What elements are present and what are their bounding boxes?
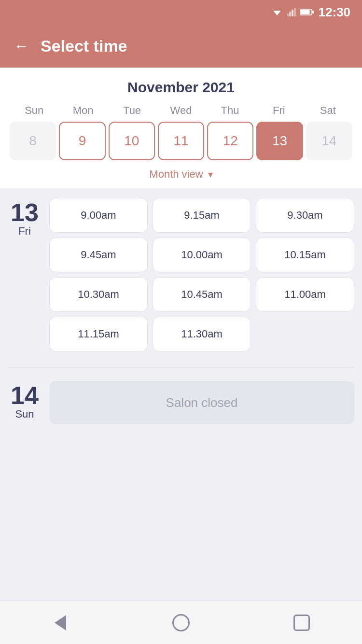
svg-marker-0 [273,11,281,15]
signal-icon [287,8,296,16]
day-label-14: 14Sun [8,381,42,420]
bottom-nav [0,601,362,644]
svg-rect-4 [292,10,293,16]
weekday-sat: Sat [304,104,352,117]
date-cell-8: 8 [10,122,56,160]
recents-nav-button[interactable] [291,612,312,633]
time-slots-section: 13Fri9.00am9.15am9.30am9.45am10.00am10.1… [0,188,362,601]
back-nav-button[interactable] [50,612,71,633]
date-cell-12[interactable]: 12 [207,122,253,160]
day-name-Fri: Fri [18,225,31,238]
home-nav-button[interactable] [170,612,192,633]
time-slot-930am[interactable]: 9.30am [256,198,354,233]
salon-closed-card: Salon closed [49,381,354,424]
status-bar: 12:30 [0,0,362,24]
day-number-14: 14 [11,383,39,408]
day-name-Sun: Sun [15,408,34,420]
calendar-section: November 2021 Sun Mon Tue Wed Thu Fri Sa… [0,68,362,188]
app-header: ← Select time [0,24,362,68]
day-block-13: 13Fri9.00am9.15am9.30am9.45am10.00am10.1… [8,198,354,351]
recents-square-icon [293,615,310,631]
page-title: Select time [41,37,127,56]
month-year-label: November 2021 [10,79,352,96]
svg-rect-2 [287,14,289,16]
back-triangle-icon [55,615,66,630]
svg-rect-5 [294,8,296,16]
weekday-thu: Thu [206,104,254,117]
weekday-sun: Sun [10,104,58,117]
day-label-13: 13Fri [8,198,42,351]
back-button[interactable]: ← [14,38,29,54]
time-slot-900am[interactable]: 9.00am [49,198,148,233]
home-circle-icon [172,614,190,631]
slots-grid-13: 9.00am9.15am9.30am9.45am10.00am10.15am10… [49,198,354,351]
battery-icon [300,9,314,15]
chevron-down-icon: ▾ [208,168,213,180]
month-view-label: Month view [149,168,203,181]
time-slot-1045am[interactable]: 10.45am [153,277,251,312]
time-slot-1000am[interactable]: 10.00am [153,238,251,272]
svg-rect-7 [301,10,309,14]
svg-rect-3 [289,12,291,16]
time-slot-1030am[interactable]: 10.30am [49,277,148,312]
time-slot-945am[interactable]: 9.45am [49,238,148,272]
time-slot-915am[interactable]: 9.15am [153,198,251,233]
day-block-14: 14SunSalon closed [8,381,354,424]
time-slot-1115am[interactable]: 11.15am [49,317,148,351]
day-number-13: 13 [11,200,39,225]
time-slot-1100am[interactable]: 11.00am [256,277,354,312]
time-slot-1130am[interactable]: 11.30am [153,317,251,351]
weekday-row: Sun Mon Tue Wed Thu Fri Sat [10,104,352,117]
month-view-toggle[interactable]: Month view ▾ [10,168,352,181]
date-cell-9[interactable]: 9 [59,122,105,160]
weekday-mon: Mon [58,104,107,117]
status-time: 12:30 [319,5,351,20]
wifi-icon [271,8,283,16]
date-cell-14: 14 [306,122,352,160]
dates-row: 891011121314 [10,122,352,160]
date-cell-11[interactable]: 11 [158,122,204,160]
weekday-fri: Fri [254,104,303,117]
time-slot-1015am[interactable]: 10.15am [256,238,354,272]
date-cell-13[interactable]: 13 [256,122,303,160]
svg-rect-8 [312,11,314,14]
date-cell-10[interactable]: 10 [109,122,155,160]
weekday-tue: Tue [108,104,156,117]
status-icons [271,8,314,16]
weekday-wed: Wed [156,104,205,117]
